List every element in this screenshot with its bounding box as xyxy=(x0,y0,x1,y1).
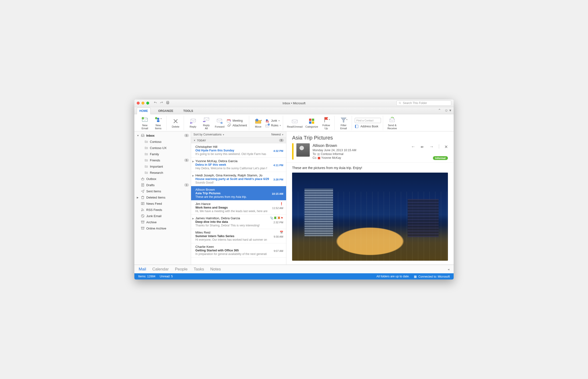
folder-drafts[interactable]: Drafts1 xyxy=(134,182,191,188)
rules-button[interactable]: Rules▾ xyxy=(265,124,281,127)
junk-button[interactable]: Junk▾ xyxy=(265,119,281,123)
order-button[interactable]: Newest ▼ xyxy=(271,133,284,136)
trash-icon xyxy=(141,195,145,199)
svg-point-35 xyxy=(142,210,142,211)
reading-header: Allison Brown Monday June 24, 2013 10:15… xyxy=(286,143,454,163)
forward-button[interactable]: Forward xyxy=(213,117,226,129)
connection-status: ▦ Connected to: Microsoft xyxy=(414,275,450,278)
reading-subject: Asia Trip Pictures xyxy=(292,135,448,141)
follow-up-button[interactable]: ▾Follow Up xyxy=(320,116,332,130)
thread-expand-icon[interactable]: ▶ xyxy=(192,160,194,163)
nav-calendar[interactable]: Calendar xyxy=(152,267,169,272)
folder-icon xyxy=(144,164,148,168)
delete-button[interactable]: Delete xyxy=(169,117,182,129)
nav-tasks[interactable]: Tasks xyxy=(194,267,204,272)
svg-rect-32 xyxy=(390,119,394,122)
folder-label: Online Archive xyxy=(146,227,189,230)
categorize-button[interactable]: Categorize xyxy=(305,117,319,129)
message-time: 9:07 AM xyxy=(274,250,283,252)
message-item[interactable]: Allison BrownAsia Trip PicturesThese are… xyxy=(191,186,286,200)
new-email-button[interactable]: +New Email xyxy=(139,116,151,130)
folder-friends[interactable]: Friends5 xyxy=(134,157,191,163)
folder-online-archive[interactable]: Online Archive xyxy=(134,225,191,231)
tab-organize[interactable]: ORGANIZE xyxy=(156,108,176,114)
attachment-button[interactable]: Attachment xyxy=(227,124,247,127)
emoji-button[interactable]: ☺ ▾ xyxy=(444,108,451,113)
folder-important[interactable]: Important xyxy=(134,163,191,170)
message-item[interactable]: ▶Heidi Joseph, Gina Kennedy, Ralph Stamm… xyxy=(191,172,286,186)
reply-all-button[interactable]: Reply All xyxy=(200,116,212,130)
news-icon xyxy=(141,202,145,205)
undo-button[interactable] xyxy=(153,101,157,106)
sort-button[interactable]: Sort by Conversations ▼ xyxy=(194,133,224,136)
next-message-button[interactable]: → xyxy=(429,144,434,149)
folder-contoso[interactable]: Contoso xyxy=(134,139,191,145)
expand-icon[interactable]: ▼ xyxy=(137,134,139,137)
search-input[interactable]: Search This Folder xyxy=(396,100,451,106)
folder-family[interactable]: Family xyxy=(134,151,191,157)
message-subject: Summer Intern Talks Series xyxy=(195,235,283,238)
thread-expand-icon[interactable]: ▶ xyxy=(192,217,194,220)
message-preview: In preparation for general availability … xyxy=(195,252,283,256)
window-title: Inbox • Microsoft xyxy=(283,101,305,105)
message-item[interactable]: 📅Miles ReidSummer Intern Talks SeriesHi … xyxy=(191,229,286,243)
svg-text:▾: ▾ xyxy=(161,118,162,120)
svg-text:+: + xyxy=(156,117,157,119)
folder-research[interactable]: Research xyxy=(134,170,191,176)
sender-avatar[interactable] xyxy=(296,143,310,157)
address-book-button[interactable]: Address Book xyxy=(355,125,381,128)
meeting-button[interactable]: Meeting xyxy=(227,119,247,123)
folder-archive[interactable]: Archive xyxy=(134,219,191,225)
window-zoom-button[interactable] xyxy=(146,102,149,105)
folder-news-feed[interactable]: News Feed xyxy=(134,200,191,207)
to-row: To: Contoso Informal xyxy=(312,152,408,156)
new-items-button[interactable]: +▾New Items xyxy=(152,116,164,130)
collapse-ribbon-button[interactable]: ⌃ xyxy=(438,108,441,113)
message-item[interactable]: Christopher HillOld Hyde Farm this Sunda… xyxy=(191,143,286,158)
nav-collapse-button[interactable]: ◂ xyxy=(448,267,449,271)
move-button[interactable]: ▾Move xyxy=(252,117,264,129)
folder-inbox[interactable]: ▼Inbox5 xyxy=(134,132,191,139)
nav-notes[interactable]: Notes xyxy=(210,267,221,272)
status-bar: Items: 12884 Unread: 5 All folders are u… xyxy=(134,273,454,280)
folder-deleted-items[interactable]: ▶Deleted Items xyxy=(134,194,191,200)
message-group-today[interactable]: ▼ TODAY 5 xyxy=(191,138,286,143)
outlook-window: Inbox • Microsoft Search This Folder HOM… xyxy=(134,99,454,280)
message-item[interactable]: ❗Jim HanceWork Items and SwagsHi, We hav… xyxy=(191,200,286,215)
message-item[interactable]: ▶Yvonne McKay, Debra GarciaDebra in SF t… xyxy=(191,158,286,172)
folder-junk-email[interactable]: Junk Email xyxy=(134,213,191,219)
unread-badge: 5 xyxy=(184,134,189,137)
read-unread-button[interactable]: Read/Unread xyxy=(286,117,303,129)
tab-tools[interactable]: TOOLS xyxy=(181,108,195,114)
prev-message-button[interactable]: ← xyxy=(411,144,415,149)
sender-name[interactable]: Allison Brown xyxy=(312,143,408,148)
find-contact-input[interactable]: Find a Contact xyxy=(355,118,381,123)
message-time: 11:52 AM xyxy=(272,207,283,209)
folder-contoso-ux[interactable]: Contoso UX xyxy=(134,145,191,151)
svg-point-3 xyxy=(399,102,401,104)
expand-icon[interactable]: ▶ xyxy=(137,196,139,199)
thread-expand-icon[interactable]: ▶ xyxy=(192,174,194,177)
message-subject: Old Hyde Farm this Sunday xyxy=(195,149,283,152)
nav-mail[interactable]: Mail xyxy=(139,267,146,272)
tab-home[interactable]: HOME xyxy=(137,108,151,114)
nav-people[interactable]: People xyxy=(175,267,187,272)
reply-button[interactable]: Reply xyxy=(187,117,199,129)
folder-outbox[interactable]: Outbox xyxy=(134,176,191,182)
reply-all-arrow-button[interactable]: ↞ xyxy=(421,144,424,149)
folder-rss-feeds[interactable]: RSS Feeds xyxy=(134,207,191,213)
message-item[interactable]: ▶📎 ⚑James Halmilton, Debra GarciaDeep di… xyxy=(191,215,286,229)
print-button[interactable] xyxy=(166,101,170,106)
search-icon xyxy=(399,102,401,105)
close-reading-button[interactable]: ✕ xyxy=(444,144,448,149)
window-minimize-button[interactable] xyxy=(142,102,144,105)
redo-button[interactable] xyxy=(160,101,163,106)
window-close-button[interactable] xyxy=(137,102,140,105)
folder-label: RSS Feeds xyxy=(146,208,189,212)
folder-sent-items[interactable]: Sent Items xyxy=(134,188,191,194)
message-item[interactable]: Charlie KeenGetting Started with Office … xyxy=(191,243,286,258)
category-tag[interactable]: Informal xyxy=(433,156,448,160)
message-subject: Deep dive into the data xyxy=(195,220,283,223)
filter-email-button[interactable]: ▾Filter Email xyxy=(337,116,350,130)
send-receive-button[interactable]: Send & Receive xyxy=(386,116,398,130)
